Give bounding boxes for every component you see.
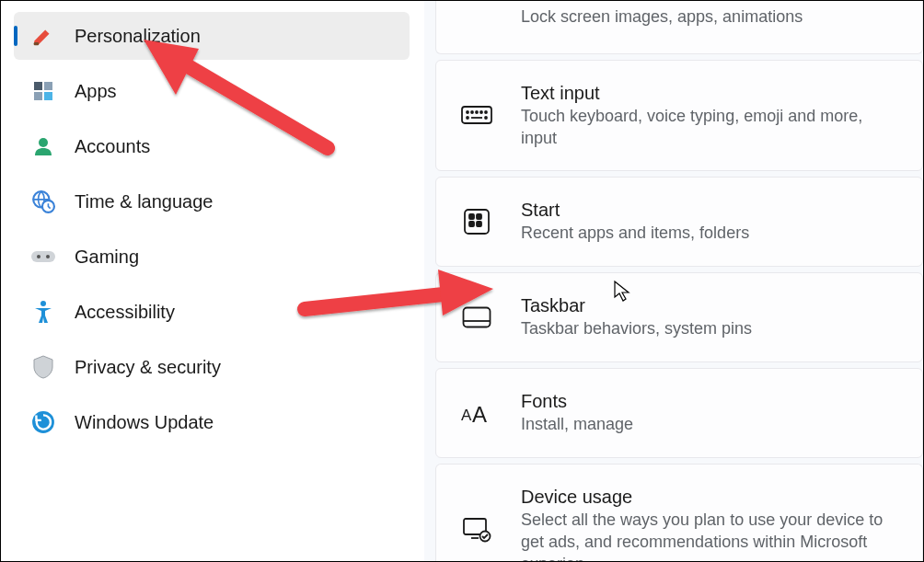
taskbar-icon	[460, 301, 493, 334]
settings-main: Lock screen images, apps, animations Tex…	[424, 1, 923, 561]
svg-rect-13	[462, 107, 491, 123]
device-usage-icon	[460, 513, 493, 546]
svg-point-16	[476, 111, 478, 113]
card-subtitle: Lock screen images, apps, animations	[521, 6, 902, 28]
card-title: Device usage	[521, 485, 902, 509]
sidebar-item-apps[interactable]: Apps	[14, 67, 410, 115]
svg-point-21	[485, 117, 487, 119]
svg-point-18	[485, 111, 487, 113]
card-subtitle: Install, manage	[521, 413, 902, 435]
svg-point-17	[480, 111, 482, 113]
card-lock-screen[interactable]: Lock screen images, apps, animations	[435, 1, 923, 54]
card-subtitle: Recent apps and items, folders	[521, 222, 902, 244]
svg-rect-8	[31, 251, 55, 262]
account-icon	[30, 133, 56, 159]
svg-rect-4	[44, 92, 52, 100]
svg-rect-0	[34, 42, 39, 45]
update-icon	[30, 409, 56, 435]
apps-icon	[30, 78, 56, 104]
card-fonts[interactable]: A A Fonts Install, manage	[435, 368, 923, 458]
card-text-input[interactable]: Text input Touch keyboard, voice typing,…	[435, 60, 923, 171]
gamepad-icon	[30, 244, 56, 270]
svg-rect-27	[464, 307, 491, 327]
svg-rect-1	[34, 82, 42, 90]
svg-point-11	[40, 301, 46, 306]
svg-text:A: A	[461, 407, 472, 424]
svg-rect-24	[477, 214, 481, 219]
svg-rect-23	[469, 214, 474, 219]
card-subtitle: Taskbar behaviors, system pins	[521, 317, 902, 339]
sidebar-item-privacy-security[interactable]: Privacy & security	[14, 343, 410, 391]
sidebar-item-label: Time & language	[75, 191, 213, 212]
sidebar-item-label: Gaming	[75, 247, 139, 268]
sidebar-item-label: Accounts	[75, 136, 150, 157]
sidebar-item-personalization[interactable]: Personalization	[14, 12, 410, 60]
globe-clock-icon	[30, 189, 56, 214]
card-start[interactable]: Start Recent apps and items, folders	[435, 177, 923, 267]
accessibility-icon	[30, 299, 56, 325]
card-title: Start	[521, 198, 902, 222]
sidebar-item-label: Windows Update	[75, 412, 214, 433]
svg-point-10	[46, 255, 50, 258]
sidebar-item-label: Privacy & security	[75, 357, 221, 378]
keyboard-icon	[460, 98, 493, 132]
sidebar-item-time-language[interactable]: Time & language	[14, 178, 410, 225]
svg-point-9	[37, 255, 40, 258]
card-title: Text input	[521, 81, 902, 105]
card-subtitle: Select all the ways you plan to use your…	[521, 509, 902, 561]
sidebar-item-accounts[interactable]: Accounts	[14, 122, 410, 170]
sidebar-item-label: Apps	[75, 81, 117, 102]
shield-icon	[30, 354, 56, 380]
svg-point-5	[39, 138, 48, 147]
card-device-usage[interactable]: Device usage Select all the ways you pla…	[435, 464, 923, 561]
svg-point-14	[467, 111, 468, 113]
paintbrush-icon	[30, 23, 56, 49]
svg-text:A: A	[472, 402, 487, 426]
svg-point-19	[467, 117, 468, 119]
sidebar-item-windows-update[interactable]: Windows Update	[14, 398, 410, 446]
svg-rect-26	[477, 222, 481, 226]
card-subtitle: Touch keyboard, voice typing, emoji and …	[521, 105, 902, 150]
svg-rect-3	[34, 92, 42, 100]
card-title: Fonts	[521, 389, 902, 413]
svg-rect-2	[44, 82, 52, 90]
sidebar-item-gaming[interactable]: Gaming	[14, 233, 410, 281]
card-title: Taskbar	[521, 293, 902, 317]
svg-rect-25	[469, 222, 474, 226]
settings-sidebar: Personalization Apps Accounts	[1, 1, 424, 561]
svg-point-15	[471, 111, 473, 113]
fonts-icon: A A	[460, 396, 493, 430]
sidebar-item-label: Accessibility	[75, 302, 175, 323]
sidebar-item-label: Personalization	[75, 26, 201, 47]
start-icon	[460, 205, 493, 238]
sidebar-item-accessibility[interactable]: Accessibility	[14, 288, 410, 336]
card-taskbar[interactable]: Taskbar Taskbar behaviors, system pins	[435, 272, 923, 362]
